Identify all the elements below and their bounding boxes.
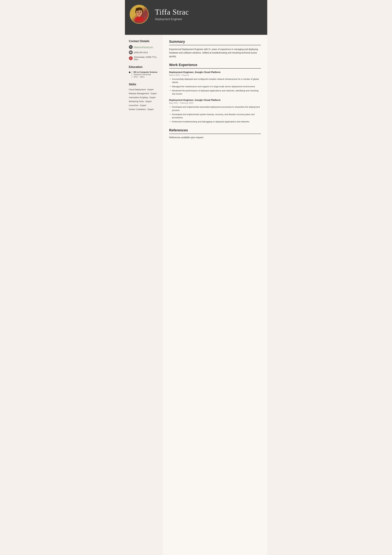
summary-section: Summary Experienced Deployment Engineer … (169, 40, 261, 58)
job-title-1: Deployment Engineer, Google Cloud Platfo… (169, 99, 261, 101)
job-bullet-item: Performed troubleshooting and debugging … (169, 120, 261, 123)
header-info: Tiffa Strac Deployment Engineer (155, 7, 261, 21)
main-content: Summary Experienced Deployment Engineer … (163, 35, 267, 555)
edu-degree: BS in Computer Science (134, 71, 157, 73)
job-bullets-1: Developed and implemented automated depl… (169, 105, 261, 123)
contact-phone-item: ☎ (028) 553 4314 (129, 51, 160, 54)
references-section: References References available upon req… (169, 128, 261, 139)
location-icon: ● (129, 56, 133, 60)
summary-text: Experienced Deployment Engineer with 5+ … (169, 47, 261, 58)
skills-section: Skills Cloud Deployment - ExpertRelease … (129, 83, 160, 110)
skill-item: Release Management - Expert (129, 92, 160, 95)
full-name: Tiffa Strac (155, 7, 261, 16)
avatar (130, 5, 149, 24)
edu-bullet (129, 72, 130, 73)
references-text: References available upon request (169, 136, 261, 139)
edu-school: Stanford University (134, 73, 157, 76)
job-bullets-0: Successfully deployed and configured com… (169, 78, 261, 95)
job-title-0: Deployment Engineer, Google Cloud Platfo… (169, 71, 261, 73)
skill-item: Automation Scripting - Expert (129, 96, 160, 99)
edu-years: 2017 - 2021 (134, 76, 157, 78)
education-item: BS in Computer Science Stanford Universi… (129, 71, 160, 78)
job-bullet-item: Monitored the performance of deployed ap… (169, 89, 261, 96)
skill-item: Linux/Unix - Expert (129, 104, 160, 107)
job-bullet-item: Developed and implemented system backup,… (169, 113, 261, 119)
skill-item: Cloud Deployment - Expert (129, 88, 160, 91)
skills-list: Cloud Deployment - ExpertRelease Managem… (129, 88, 160, 110)
references-divider (169, 134, 261, 134)
contact-section: Contact Details ✉ tiffastrac@gmail.com ☎… (129, 40, 160, 61)
phone-icon: ☎ (129, 51, 133, 54)
summary-divider (169, 45, 261, 45)
email-icon: ✉ (129, 45, 133, 49)
education-section: Education BS in Computer Science Stanfor… (129, 65, 160, 78)
contact-section-title: Contact Details (129, 40, 160, 43)
location-text: Grimesstad, 22458-7711, Ohio (134, 56, 160, 61)
svg-point-9 (138, 14, 140, 15)
summary-title: Summary (169, 40, 261, 44)
job-0: Deployment Engineer, Google Cloud Platfo… (169, 71, 261, 95)
body: Contact Details ✉ tiffastrac@gmail.com ☎… (125, 35, 267, 555)
work-experience-section: Work Experience Deployment Engineer, Goo… (169, 63, 261, 124)
svg-point-8 (140, 12, 141, 13)
job-date-1: May 2021 - February 2023 (169, 102, 261, 104)
avatar-image (130, 5, 148, 24)
edu-content: BS in Computer Science Stanford Universi… (132, 71, 157, 78)
work-experience-title: Work Experience (169, 63, 261, 67)
education-section-title: Education (129, 65, 160, 69)
skills-section-title: Skills (129, 83, 160, 86)
sidebar: Contact Details ✉ tiffastrac@gmail.com ☎… (125, 35, 163, 555)
references-title: References (169, 128, 261, 132)
phone-text: (028) 553 4314 (134, 51, 148, 54)
email-link[interactable]: tiffastrac@gmail.com (134, 46, 153, 48)
job-date-0: March 2023 - Present (169, 74, 261, 76)
skill-item: Docker Containers - Expert (129, 108, 160, 110)
skill-item: Monitoring Tools - Expert (129, 100, 160, 102)
work-experience-divider (169, 68, 261, 69)
svg-point-4 (137, 7, 141, 10)
jobs-list: Deployment Engineer, Google Cloud Platfo… (169, 71, 261, 124)
job-1: Deployment Engineer, Google Cloud Platfo… (169, 99, 261, 123)
job-bullet-item: Developed and implemented automated depl… (169, 105, 261, 112)
chevron-decoration (125, 29, 267, 35)
svg-point-7 (138, 12, 139, 13)
job-title: Deployment Engineer (155, 18, 261, 21)
resume-container: Tiffa Strac Deployment Engineer Contact … (125, 0, 267, 555)
svg-point-6 (135, 17, 143, 21)
contact-email-item: ✉ tiffastrac@gmail.com (129, 45, 160, 49)
job-bullet-item: Managed the maintenance and support of a… (169, 85, 261, 88)
header: Tiffa Strac Deployment Engineer (125, 0, 267, 29)
contact-location-item: ● Grimesstad, 22458-7711, Ohio (129, 56, 160, 61)
job-bullet-item: Successfully deployed and configured com… (169, 78, 261, 84)
